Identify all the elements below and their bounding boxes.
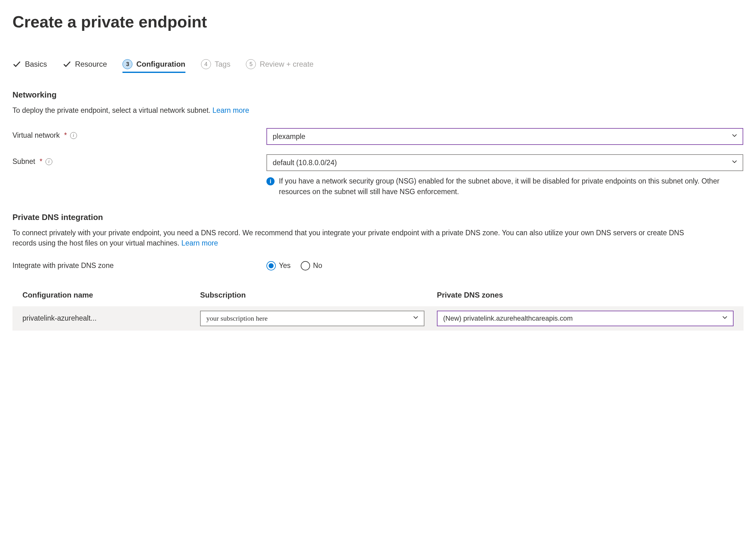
step-basics[interactable]: Basics <box>12 60 47 72</box>
networking-heading: Networking <box>12 90 744 100</box>
step-configuration[interactable]: 3 Configuration <box>122 59 185 73</box>
subnet-label-text: Subnet <box>12 157 35 166</box>
subnet-dropdown[interactable]: default (10.8.0.0/24) <box>266 154 743 171</box>
col-configuration-name: Configuration name <box>22 291 187 299</box>
subnet-label: Subnet * i <box>12 154 266 166</box>
networking-description: To deploy the private endpoint, select a… <box>12 105 698 116</box>
subscription-dropdown[interactable]: your subscription here <box>200 311 424 326</box>
step-label: Configuration <box>136 60 185 68</box>
learn-more-dns-link[interactable]: Learn more <box>181 239 218 247</box>
private-dns-description-text: To connect privately with your private e… <box>12 229 684 247</box>
cell-configuration-name: privatelink-azurehealt... <box>22 314 187 323</box>
integrate-dns-label-text: Integrate with private DNS zone <box>12 262 114 270</box>
table-row: privatelink-azurehealt... your subscript… <box>12 306 744 331</box>
col-subscription: Subscription <box>200 291 424 299</box>
step-number-badge: 3 <box>122 59 132 69</box>
subnet-nsg-note: i If you have a network security group (… <box>266 176 734 197</box>
chevron-down-icon <box>721 314 728 323</box>
step-review-create[interactable]: 5 Review + create <box>246 59 314 73</box>
learn-more-networking-link[interactable]: Learn more <box>213 106 249 114</box>
private-dns-heading: Private DNS integration <box>12 213 744 222</box>
checkmark-icon <box>12 60 21 68</box>
subscription-value: your subscription here <box>206 314 268 323</box>
radio-no-label: No <box>313 262 322 270</box>
wizard-stepper: Basics Resource 3 Configuration 4 Tags 5… <box>12 59 744 73</box>
virtual-network-label-text: Virtual network <box>12 131 60 140</box>
col-private-dns-zones: Private DNS zones <box>437 291 734 299</box>
table-header-row: Configuration name Subscription Private … <box>12 288 744 306</box>
private-dns-description: To connect privately with your private e… <box>12 228 698 248</box>
dns-zones-table: Configuration name Subscription Private … <box>12 288 744 331</box>
chevron-down-icon <box>731 158 738 167</box>
required-star-icon: * <box>64 131 67 140</box>
virtual-network-label: Virtual network * i <box>12 128 266 140</box>
networking-description-text: To deploy the private endpoint, select a… <box>12 106 213 114</box>
info-filled-icon: i <box>266 177 275 185</box>
step-label: Review + create <box>260 60 314 68</box>
subnet-nsg-note-text: If you have a network security group (NS… <box>279 176 734 197</box>
checkmark-icon <box>63 60 71 68</box>
info-icon[interactable]: i <box>70 132 77 139</box>
subnet-value: default (10.8.0.0/24) <box>273 159 337 167</box>
step-tags[interactable]: 4 Tags <box>201 59 231 73</box>
virtual-network-value: plexample <box>273 132 306 141</box>
chevron-down-icon <box>731 132 738 141</box>
info-icon[interactable]: i <box>46 158 52 165</box>
integrate-dns-radio-group: Yes No <box>266 261 743 270</box>
step-label: Basics <box>25 60 47 68</box>
page-title: Create a private endpoint <box>12 12 744 31</box>
private-dns-zone-value: (New) privatelink.azurehealthcareapis.co… <box>443 314 573 323</box>
integrate-dns-no-radio[interactable]: No <box>301 261 322 270</box>
chevron-down-icon <box>412 314 420 323</box>
step-resource[interactable]: Resource <box>63 60 107 72</box>
private-dns-zone-dropdown[interactable]: (New) privatelink.azurehealthcareapis.co… <box>437 311 734 326</box>
integrate-dns-label: Integrate with private DNS zone <box>12 262 266 270</box>
required-star-icon: * <box>40 157 42 166</box>
step-number-badge: 5 <box>246 59 256 69</box>
integrate-dns-yes-radio[interactable]: Yes <box>266 261 291 270</box>
virtual-network-dropdown[interactable]: plexample <box>266 128 743 145</box>
step-label: Resource <box>75 60 107 68</box>
step-label: Tags <box>215 60 231 68</box>
step-number-badge: 4 <box>201 59 211 69</box>
radio-yes-label: Yes <box>279 262 291 270</box>
